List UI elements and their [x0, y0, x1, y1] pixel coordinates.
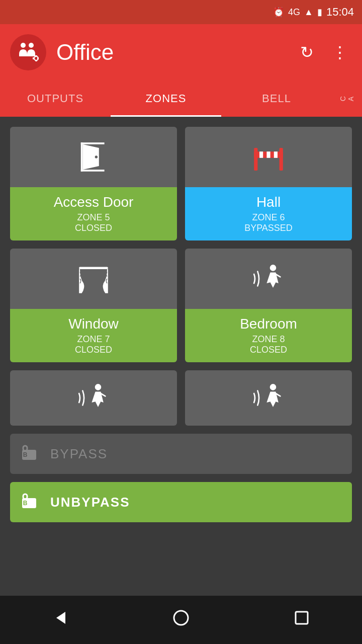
motion-icon — [250, 261, 287, 297]
tab-overflow[interactable]: AC — [332, 80, 362, 117]
zone-card-9[interactable] — [10, 370, 177, 426]
status-bar: ⏰ 4G ▲ ▮ 15:04 — [0, 0, 362, 24]
refresh-button[interactable]: ↻ — [296, 39, 318, 66]
svg-point-1 — [29, 43, 34, 48]
unbypass-icon: B — [20, 491, 42, 513]
home-button[interactable] — [156, 603, 206, 637]
svg-rect-30 — [296, 612, 308, 624]
zone6-number: ZONE 6 — [191, 212, 346, 223]
app-bar-actions: ↻ ⋮ — [296, 39, 352, 66]
zone8-number: ZONE 8 — [191, 334, 346, 345]
tab-bar: OUTPUTS ZONES BELL AC — [0, 80, 362, 117]
svg-rect-23 — [23, 446, 27, 451]
zone6-label: Hall ZONE 6 BYPASSED — [185, 187, 352, 240]
zone-grid-partial — [10, 370, 352, 426]
zone6-name: Hall — [191, 194, 346, 210]
zone8-icon-area — [185, 249, 352, 309]
barrier-icon — [250, 139, 287, 175]
zone6-status: BYPASSED — [191, 223, 346, 233]
zone-card-7[interactable]: Window ZONE 7 CLOSED — [10, 249, 177, 362]
motion3-icon — [250, 380, 287, 416]
unbypass-button[interactable]: B UNBYPASS — [10, 482, 352, 522]
svg-rect-16 — [266, 151, 270, 158]
page-title: Office — [56, 40, 286, 65]
svg-rect-13 — [280, 148, 283, 171]
zone-card-5[interactable]: Access Door ZONE 5 CLOSED — [10, 127, 177, 240]
zone-grid-row2: Window ZONE 7 CLOSED — [10, 249, 352, 362]
zone5-label: Access Door ZONE 5 CLOSED — [10, 187, 177, 240]
battery-icon: ▮ — [317, 7, 322, 18]
time-display: 15:04 — [326, 6, 354, 19]
svg-rect-18 — [79, 267, 108, 270]
bypass-label: BYPASS — [50, 446, 108, 462]
tab-bell[interactable]: BELL — [221, 80, 332, 117]
svg-rect-15 — [259, 151, 263, 158]
zone7-status: CLOSED — [16, 345, 171, 355]
zone-card-8[interactable]: Bedroom ZONE 8 CLOSED — [185, 249, 352, 362]
svg-rect-17 — [274, 151, 278, 158]
back-button[interactable] — [35, 603, 85, 637]
recents-icon — [293, 609, 311, 627]
nav-bar — [0, 596, 362, 644]
signal-label: 4G — [288, 7, 300, 18]
alarm-icon: ⏰ — [273, 7, 284, 18]
svg-rect-9 — [81, 142, 105, 144]
svg-rect-8 — [81, 142, 83, 172]
svg-point-29 — [174, 611, 188, 625]
svg-point-0 — [21, 43, 26, 48]
curtain-icon — [75, 261, 112, 297]
tab-outputs[interactable]: OUTPUTS — [0, 80, 111, 117]
app-bar: Office ↻ ⋮ — [0, 24, 362, 80]
back-icon — [51, 609, 69, 627]
zone7-label: Window ZONE 7 CLOSED — [10, 309, 177, 362]
zone5-name: Access Door — [16, 194, 171, 210]
main-content: Access Door ZONE 5 CLOSED — [0, 117, 362, 532]
svg-rect-6 — [33, 57, 34, 59]
svg-point-19 — [270, 265, 277, 271]
svg-point-20 — [95, 384, 102, 390]
zone8-status: CLOSED — [191, 345, 346, 355]
zone7-number: ZONE 7 — [16, 334, 171, 345]
app-avatar — [10, 34, 46, 70]
home-icon — [172, 609, 190, 627]
more-options-button[interactable]: ⋮ — [328, 39, 352, 66]
svg-rect-26 — [23, 494, 27, 499]
bypass-icon: B — [20, 443, 42, 465]
svg-point-11 — [95, 155, 98, 158]
signal-bars-icon: ▲ — [304, 7, 313, 18]
svg-rect-12 — [254, 148, 257, 171]
zone9-icon-area — [10, 370, 177, 426]
zone5-status: CLOSED — [16, 223, 171, 233]
svg-marker-28 — [56, 612, 65, 624]
recents-button[interactable] — [277, 603, 327, 637]
zone-card-10[interactable] — [185, 370, 352, 426]
svg-rect-4 — [35, 55, 37, 57]
zone5-number: ZONE 5 — [16, 212, 171, 223]
svg-text:B: B — [23, 451, 28, 458]
tab-zones[interactable]: ZONES — [111, 80, 221, 117]
zone-grid-row1: Access Door ZONE 5 CLOSED — [10, 127, 352, 240]
unbypass-label: UNBYPASS — [50, 495, 130, 510]
zone7-icon-area — [10, 249, 177, 309]
svg-rect-5 — [35, 60, 37, 61]
svg-point-21 — [270, 384, 277, 390]
avatar-icon — [15, 39, 41, 65]
zone-card-6[interactable]: Hall ZONE 6 BYPASSED — [185, 127, 352, 240]
zone5-icon-area — [10, 127, 177, 187]
bypass-button[interactable]: B BYPASS — [10, 434, 352, 474]
svg-rect-7 — [37, 57, 39, 59]
motion2-icon — [75, 380, 112, 416]
svg-rect-10 — [81, 170, 105, 172]
zone6-icon-area — [185, 127, 352, 187]
zone7-name: Window — [16, 316, 171, 332]
svg-text:B: B — [23, 500, 28, 507]
zone8-label: Bedroom ZONE 8 CLOSED — [185, 309, 352, 362]
zone8-name: Bedroom — [191, 316, 346, 332]
door-icon — [75, 139, 112, 175]
zone10-icon-area — [185, 370, 352, 426]
